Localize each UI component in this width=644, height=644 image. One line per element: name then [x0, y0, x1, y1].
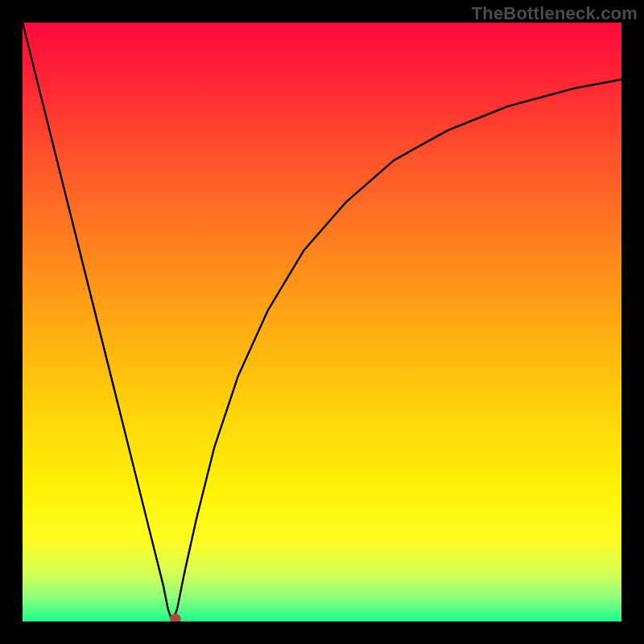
plot-area	[23, 23, 621, 621]
attribution-label: TheBottleneck.com	[472, 3, 638, 24]
chart-frame: TheBottleneck.com	[0, 0, 644, 644]
gradient-background	[23, 23, 621, 621]
bottleneck-chart	[23, 23, 621, 621]
